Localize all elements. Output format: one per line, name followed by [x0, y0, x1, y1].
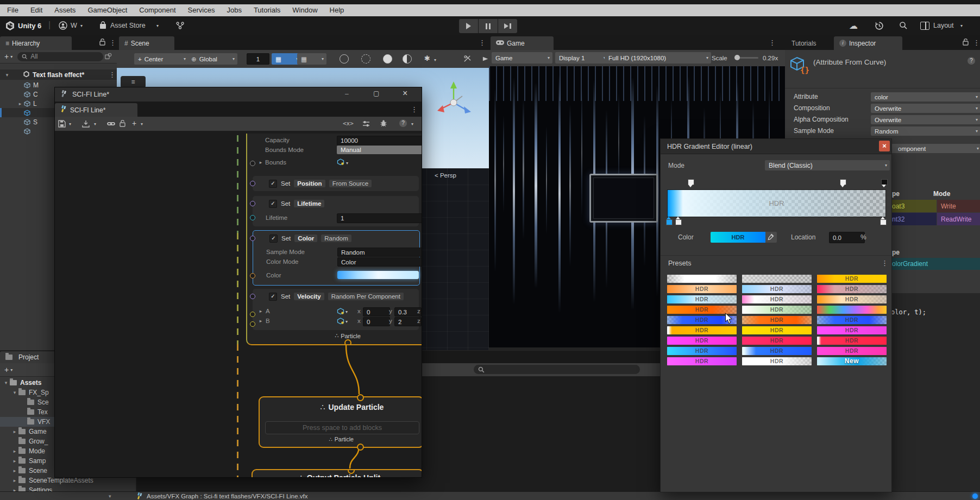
- menu-item[interactable]: File: [1, 4, 24, 16]
- lifetime-field[interactable]: 1: [337, 213, 422, 223]
- set-position-block[interactable]: ✓ Set Position From Source: [253, 176, 419, 191]
- resolution-dropdown[interactable]: Full HD (1920x1080)▾: [605, 52, 711, 64]
- hierarchy-search-input[interactable]: All: [17, 52, 103, 61]
- status-activity-icon[interactable]: [972, 493, 978, 499]
- project-expand-icon[interactable]: ▸: [11, 478, 18, 483]
- scene-effects-toggle-icon[interactable]: ✱: [424, 54, 430, 62]
- velocity-a-port[interactable]: [250, 312, 255, 317]
- gradient-preset[interactable]: HDR: [667, 347, 737, 355]
- gradient-preset[interactable]: HDR: [742, 285, 812, 293]
- menu-item[interactable]: Tutorials: [248, 4, 286, 16]
- layout-dropdown-icon[interactable]: ▾: [960, 23, 963, 28]
- bounds-port[interactable]: [250, 161, 255, 166]
- game-mode-dropdown[interactable]: Game▾: [492, 52, 552, 64]
- bounds-mode-dropdown[interactable]: Manual: [337, 145, 422, 154]
- color-mode-dropdown[interactable]: Color: [337, 257, 422, 267]
- vfx-window-titlebar[interactable]: SCI-FI Line* – ▢ ×: [55, 87, 422, 102]
- project-add-dropdown-icon[interactable]: ▾: [10, 368, 12, 372]
- lock-icon[interactable]: [99, 38, 106, 47]
- link-icon[interactable]: [107, 120, 115, 129]
- field-dropdown[interactable]: Overwrite▾: [871, 104, 980, 113]
- sample-mode-dropdown[interactable]: Random: [337, 248, 422, 257]
- set-color-block[interactable]: ✓ Set Color Random Sample Mode Random Co…: [253, 230, 420, 286]
- pause-button[interactable]: [479, 19, 498, 33]
- scene-audio-toggle-icon[interactable]: [361, 54, 370, 64]
- scene-skybox-toggle-icon[interactable]: [383, 54, 392, 64]
- gradient-preset[interactable]: HDR: [817, 347, 887, 355]
- field-dropdown[interactable]: color▾: [871, 92, 980, 102]
- save-icon[interactable]: [58, 120, 66, 129]
- gradient-preview-bar[interactable]: HDR: [667, 189, 886, 217]
- tab-tutorials[interactable]: Tutorials: [786, 36, 822, 50]
- capacity-field[interactable]: 10000: [337, 136, 422, 145]
- inspector-lock-icon[interactable]: [962, 38, 969, 47]
- tab-vfx-asset[interactable]: SCI-FI Line*: [55, 103, 137, 117]
- checkbox-checked-icon[interactable]: ✓: [269, 180, 277, 188]
- tool-handle-rotation-dropdown[interactable]: ⊕Global ▾: [187, 53, 237, 65]
- menu-item[interactable]: Assets: [48, 4, 81, 16]
- menu-item[interactable]: Edit: [24, 4, 48, 16]
- gradient-preset[interactable]: HDR: [667, 295, 737, 303]
- vfx-graph-canvas[interactable]: Capacity 10000 Bounds Mode Manual ▸ Boun…: [55, 131, 422, 477]
- status-expand-icon[interactable]: ▾: [109, 493, 111, 499]
- maximize-icon[interactable]: ▢: [373, 90, 379, 97]
- update-input-port[interactable]: [357, 394, 364, 401]
- a-space-icon[interactable]: [337, 308, 344, 317]
- scene-panel-kebab-icon[interactable]: ⋮: [479, 39, 486, 47]
- add-dropdown-icon[interactable]: ▾: [10, 54, 12, 59]
- play-button[interactable]: [459, 19, 478, 33]
- mode-dropdown[interactable]: Blend (Classic) ▾: [765, 160, 890, 170]
- color-stop[interactable]: [675, 219, 682, 225]
- output-particle-node[interactable]: ∴ Output Particle Unlit: [252, 469, 422, 477]
- display-dropdown[interactable]: Display 1▾: [555, 52, 608, 64]
- vfx-help-dropdown-icon[interactable]: ▾: [411, 122, 413, 126]
- field-dropdown[interactable]: Overwrite▾: [871, 115, 980, 124]
- initialize-particle-node[interactable]: Capacity 10000 Bounds Mode Manual ▸ Boun…: [246, 134, 422, 345]
- inspector-kebab-icon[interactable]: ⋮: [973, 39, 980, 47]
- gradient-preset[interactable]: HDR: [817, 285, 887, 293]
- gradient-preset[interactable]: [742, 275, 812, 283]
- update-output-port[interactable]: [357, 444, 364, 451]
- set-lifetime-port[interactable]: [250, 201, 255, 206]
- snap-value-field[interactable]: 1: [247, 53, 269, 65]
- gradient-preset[interactable]: HDR: [667, 285, 737, 293]
- gradient-preset[interactable]: HDR: [667, 326, 737, 334]
- gradient-preset[interactable]: HDR: [817, 316, 887, 324]
- menu-item[interactable]: Jobs: [221, 4, 247, 16]
- gradient-preset[interactable]: New: [817, 357, 887, 365]
- lifetime-value-port[interactable]: [250, 215, 255, 220]
- blackboard-sliders-icon[interactable]: [362, 120, 370, 129]
- vfx-add-dropdown-icon[interactable]: ▾: [141, 122, 143, 126]
- vfx-help-icon[interactable]: ?: [399, 119, 407, 127]
- color-value-port[interactable]: [250, 273, 255, 279]
- scene-kebab-icon[interactable]: ⋮: [109, 71, 116, 79]
- gradient-preset[interactable]: HDR: [742, 347, 812, 355]
- gradient-preset[interactable]: HDR: [742, 326, 812, 334]
- gradient-preset[interactable]: HDR: [742, 295, 812, 303]
- header-kebab-icon[interactable]: ⋮: [977, 56, 980, 65]
- unlock-icon[interactable]: [119, 119, 126, 129]
- initialize-output-port[interactable]: [344, 339, 351, 345]
- tab-hierarchy[interactable]: ≡ Hierarchy: [0, 36, 72, 50]
- alpha-stop[interactable]: [688, 179, 694, 185]
- shader-code-icon[interactable]: <x>: [343, 120, 354, 127]
- gradient-preset[interactable]: HDR: [667, 337, 737, 345]
- gradient-preset[interactable]: HDR: [742, 357, 812, 365]
- account-dropdown-icon[interactable]: ▾: [80, 23, 83, 28]
- scene-camera-icon[interactable]: [482, 55, 489, 65]
- hierarchy-scene-row[interactable]: ▾ Text flash effect* ⋮: [0, 69, 117, 80]
- b-x-field[interactable]: 0: [363, 317, 390, 326]
- set-velocity-block[interactable]: ✓ Set Velocity Random Per Component ▸ A …: [253, 289, 419, 330]
- history-icon[interactable]: [875, 21, 884, 32]
- game-panel-kebab-icon[interactable]: ⋮: [769, 39, 776, 47]
- project-expand-icon[interactable]: ▾: [11, 390, 18, 395]
- menu-item[interactable]: Component: [133, 4, 181, 16]
- color-stop-selected[interactable]: [666, 219, 673, 225]
- persp-label[interactable]: < Persp: [435, 172, 456, 179]
- bounds-space-icon[interactable]: [337, 159, 344, 167]
- set-velocity-port[interactable]: [250, 294, 255, 299]
- gradient-preset[interactable]: HDR: [817, 295, 887, 303]
- alpha-stop[interactable]: [840, 179, 846, 185]
- menu-item[interactable]: Services: [182, 4, 221, 16]
- gradient-preset[interactable]: HDR: [667, 357, 737, 365]
